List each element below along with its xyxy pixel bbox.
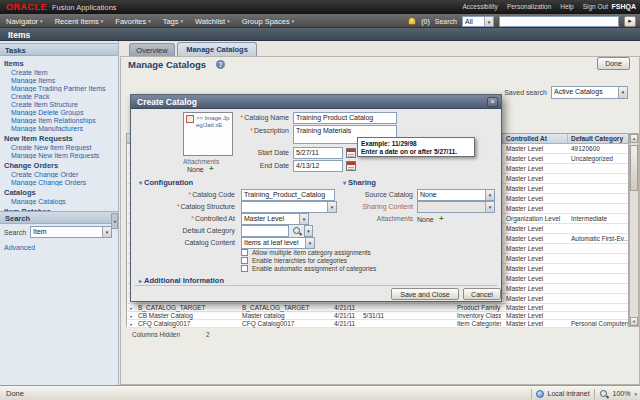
sidebar-search-label: Search <box>4 229 26 236</box>
table-row[interactable]: ▸ CB Master Catalog Master catalog 4/21/… <box>127 312 628 320</box>
create-catalog-dialog: Create Catalog × >> Image Jpeg/Jatl.xE A… <box>130 94 502 302</box>
cancel-button[interactable]: Cancel <box>463 288 501 300</box>
notification-bell-icon[interactable] <box>408 17 416 25</box>
end-date-input[interactable]: 4/13/12 <box>293 160 343 172</box>
sharing-content-label: Sharing Content <box>311 201 413 213</box>
dialog-title-bar[interactable]: Create Catalog × <box>131 95 501 109</box>
tab-manage-catalogs[interactable]: Manage Catalogs <box>177 42 257 56</box>
cell-controlled-at: Master Level <box>506 144 565 154</box>
chevron-down-icon: ▾ <box>292 18 295 24</box>
menu-items: Navigator ▾ Recent Items ▾ Favorites ▾ T… <box>6 14 294 28</box>
cell-controlled-at: Master Level <box>506 164 565 174</box>
sidebar-link[interactable]: Manage New Item Requests <box>11 152 116 159</box>
save-and-close-button[interactable]: Save and Close <box>391 288 459 300</box>
sidebar-link[interactable]: Create New Item Request <box>11 144 116 151</box>
menu-item[interactable]: Favorites ▾ <box>115 17 150 26</box>
menu-item[interactable]: Watchlist ▾ <box>195 17 230 26</box>
catalog-content-label: Catalog Content <box>131 237 235 249</box>
sharing-content-select[interactable]: ▾ <box>417 201 495 213</box>
catalog-name-input[interactable]: Training Product Catalog <box>293 112 397 124</box>
calendar-icon[interactable] <box>346 148 356 158</box>
cell-default-category: 49120600 <box>571 144 628 154</box>
controlled-at-label: *Controlled At <box>131 213 235 225</box>
required-marker: * <box>250 127 253 134</box>
sidebar-link[interactable]: Manage Delete Groups <box>11 109 116 116</box>
scroll-down-icon[interactable]: ▼ <box>630 317 638 326</box>
row-expander-icon[interactable]: ▸ <box>130 320 136 328</box>
personalization-link[interactable]: Personalization <box>507 3 551 10</box>
default-category-input[interactable] <box>241 225 289 237</box>
help-icon[interactable]: ? <box>216 60 225 69</box>
columns-hidden-count: 2 <box>206 331 210 338</box>
category-dropdown-icon[interactable]: ▾ <box>304 225 313 237</box>
add-attachment-icon[interactable]: + <box>439 214 444 223</box>
sidebar-link[interactable]: Create Change Order <box>11 171 116 178</box>
sidebar-link[interactable]: Create Item <box>11 69 116 76</box>
disclosure-closed-icon: ▸ <box>139 278 142 284</box>
done-button[interactable]: Done <box>597 57 630 70</box>
close-icon[interactable]: × <box>487 97 498 107</box>
menu-item[interactable]: Tags ▾ <box>163 17 183 26</box>
cell-controlled-at: Master Level <box>506 274 565 284</box>
chevron-down-icon[interactable]: ▾ <box>634 391 637 397</box>
scroll-up-icon[interactable]: ▲ <box>630 134 638 143</box>
advanced-search-link[interactable]: Advanced <box>4 244 35 251</box>
source-catalog-label: Source Catalog <box>311 189 413 201</box>
sidebar-collapse-handle[interactable]: ◂ <box>111 213 118 229</box>
tasks-panel-header[interactable]: Tasks <box>0 43 118 56</box>
controlled-at-select[interactable]: Master Level ▾ <box>241 213 309 225</box>
configuration-section-header[interactable]: ▾Configuration <box>139 178 193 187</box>
chevron-down-icon: ▾ <box>40 18 43 24</box>
sharing-section-header[interactable]: ▾Sharing <box>343 178 376 187</box>
row-expander-icon[interactable]: ▸ <box>130 312 136 320</box>
tasks-sidebar: Tasks Items Create ItemManage ItemsManag… <box>0 41 119 385</box>
menu-item[interactable]: Navigator ▾ <box>6 17 43 26</box>
cell-default-category: Personal Computers <box>571 320 628 328</box>
saved-search-select[interactable]: Active Catalogs ▾ <box>551 86 628 99</box>
menu-item[interactable]: Group Spaces ▾ <box>242 17 294 26</box>
accessibility-link[interactable]: Accessibility <box>462 3 497 10</box>
table-scrollbar[interactable]: ▲ ▼ <box>629 133 639 327</box>
row-expander-icon[interactable]: ▸ <box>130 304 136 312</box>
sidebar-link[interactable]: Create Item Structure <box>11 101 116 108</box>
zoom-icon[interactable] <box>599 389 609 399</box>
sidebar-section-change-orders: Change Orders <box>4 162 116 170</box>
security-zone: Local intranet <box>548 390 590 397</box>
search-icon[interactable] <box>292 226 302 236</box>
menu-item[interactable]: Recent Items ▾ <box>55 17 104 26</box>
tab-overview[interactable]: Overview <box>129 43 175 56</box>
scrollbar-thumb[interactable] <box>630 145 638 191</box>
source-catalog-select[interactable]: None ▾ <box>417 189 495 201</box>
search-panel-header[interactable]: Search <box>0 211 118 224</box>
catalog-content-select[interactable]: Items at leaf level ▾ <box>241 237 315 249</box>
global-header: ORACLE Fusion Applications Accessibility… <box>0 0 640 14</box>
search-go-button[interactable]: ▸ <box>624 16 636 27</box>
sidebar-link[interactable]: Manage Catalogs <box>11 198 116 205</box>
catalog-structure-label: *Catalog Structure <box>131 201 235 213</box>
cell-end-date: 5/31/11 <box>363 312 391 320</box>
sidebar-link[interactable]: Manage Trading Partner Items <box>11 85 116 92</box>
start-date-input[interactable]: 5/27/11 <box>293 147 343 159</box>
calendar-icon[interactable] <box>346 161 356 171</box>
sign-out-link[interactable]: Sign Out <box>583 3 608 10</box>
sidebar-link[interactable]: Manage Item Relationships <box>11 117 116 124</box>
checkbox[interactable] <box>241 257 248 264</box>
cell-controlled-at: Master Level <box>506 264 565 274</box>
checkbox[interactable] <box>241 265 248 272</box>
column-header-default-category[interactable]: Default Category <box>567 134 630 144</box>
global-search-input[interactable] <box>499 16 619 27</box>
table-row[interactable]: ▸ CFQ Catalog0017 CFQ Catalog0017 4/21/1… <box>127 320 628 328</box>
column-header-controlled-at[interactable]: Controlled At <box>502 134 567 144</box>
additional-information-header[interactable]: ▸Additional Information <box>139 276 224 285</box>
sidebar-link[interactable]: Manage Manufacturers <box>11 125 116 132</box>
zoom-level[interactable]: 100% <box>613 390 631 397</box>
table-row[interactable]: ▸ B_CATALOG_TARGET B_CATALOG_TARGET 4/21… <box>127 304 628 312</box>
sidebar-link[interactable]: Create Pack <box>11 93 116 100</box>
chevron-down-icon: ▾ <box>299 214 308 224</box>
sidebar-link[interactable]: Manage Change Orders <box>11 179 116 186</box>
search-scope-select[interactable]: All ▾ <box>462 16 494 27</box>
sidebar-link[interactable]: Manage Items <box>11 77 116 84</box>
help-link[interactable]: Help <box>560 3 573 10</box>
checkbox[interactable] <box>241 249 248 256</box>
sidebar-search-select[interactable]: Item ▾ <box>30 226 112 238</box>
